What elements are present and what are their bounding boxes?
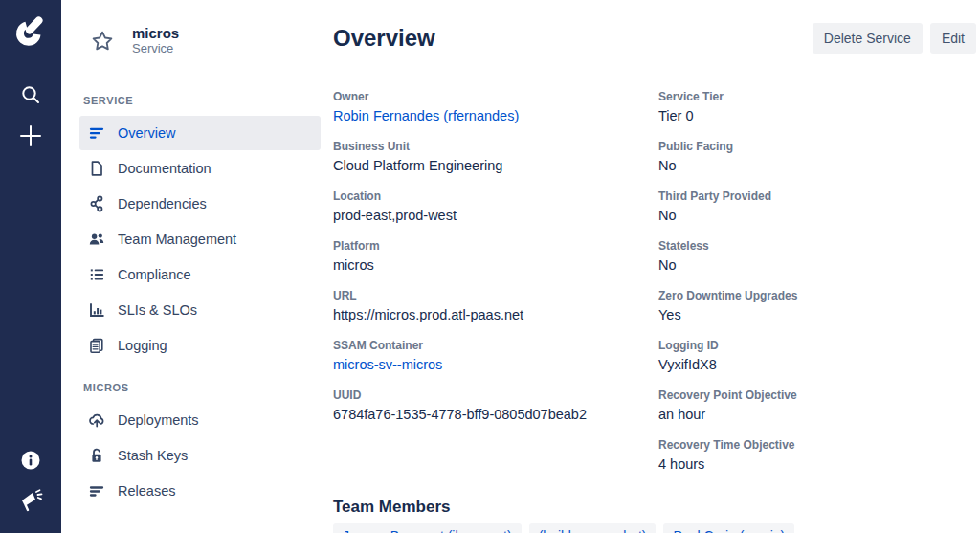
field-value: VyxifIdX8 (658, 357, 976, 372)
sidebar-item-label: SLIs & SLOs (118, 302, 197, 318)
field-label: Owner (333, 90, 658, 103)
header-actions: Delete Service Edit (813, 23, 976, 54)
sidebar-item-deployments[interactable]: Deployments (79, 403, 321, 437)
edit-button[interactable]: Edit (930, 23, 976, 54)
team-member-chip[interactable]: Paul Craig (pcraig) (663, 523, 794, 533)
field-value: prod-east,prod-west (333, 208, 658, 223)
megaphone-icon[interactable] (0, 486, 61, 513)
sidebar-item-compliance[interactable]: Compliance (79, 257, 321, 292)
service-fields: Owner Robin Fernandes (rfernandes) Busin… (333, 90, 976, 488)
team-member-chip[interactable]: (buildeng-sox-bot) (529, 523, 657, 533)
sidebar-item-slis-slos[interactable]: SLIs & SLOs (79, 293, 321, 327)
info-icon[interactable] (0, 448, 61, 473)
field-zero-downtime-upgrades: Zero Downtime Upgrades Yes (658, 289, 976, 339)
field-third-party-provided: Third Party Provided No (658, 189, 976, 239)
sidebar-item-label: Compliance (118, 267, 191, 282)
numbered-list-icon (88, 266, 105, 283)
field-location: Location prod-east,prod-west (333, 189, 658, 239)
owner-link[interactable]: Robin Fernandes (rfernandes) (333, 108, 658, 123)
field-value: No (658, 208, 976, 223)
main-content: Overview Delete Service Edit Owner Robin… (332, 0, 980, 533)
field-platform: Platform micros (333, 239, 658, 289)
dependencies-icon (88, 195, 105, 212)
fields-right-column: Service Tier Tier 0 Public Facing No Thi… (658, 90, 976, 488)
bar-chart-icon (88, 301, 105, 319)
field-value: No (658, 158, 976, 173)
field-value: No (658, 257, 976, 273)
field-owner: Owner Robin Fernandes (rfernandes) (333, 90, 658, 140)
field-value: an hour (658, 407, 976, 422)
lines-icon (88, 482, 105, 500)
field-value: 6784fa76-1535-4778-bff9-0805d07beab2 (333, 407, 658, 422)
field-value: 4 hours (658, 456, 976, 472)
field-label: Recovery Point Objective (658, 389, 976, 402)
field-value: Cloud Platform Engineering (333, 158, 658, 173)
overview-icon (88, 124, 105, 142)
field-business-unit: Business Unit Cloud Platform Engineering (333, 140, 658, 189)
cloud-upload-icon (88, 411, 105, 429)
service-name: micros (132, 25, 179, 41)
field-label: UUID (333, 389, 658, 402)
field-label: SSAM Container (333, 339, 658, 352)
sidebar-item-dependencies[interactable]: Dependencies (79, 187, 321, 221)
field-value: micros (333, 257, 658, 273)
service-header: micros Service (61, 25, 332, 56)
service-type: Service (132, 41, 179, 56)
main-header: Overview Delete Service Edit (333, 23, 976, 54)
search-icon[interactable] (0, 82, 61, 107)
field-label: Recovery Time Objective (658, 438, 976, 452)
people-icon (88, 231, 105, 248)
sidebar-item-label: Deployments (118, 412, 199, 428)
field-label: Logging ID (658, 339, 976, 352)
sidebar-item-releases[interactable]: Releases (79, 474, 321, 508)
app-rail (0, 0, 61, 533)
field-label: Location (333, 189, 658, 203)
field-label: Zero Downtime Upgrades (658, 289, 976, 302)
favorite-star-icon[interactable] (90, 29, 115, 54)
team-members-chips: Jeremy Baumont (jbaumont) (buildeng-sox-… (333, 523, 976, 533)
field-service-tier: Service Tier Tier 0 (658, 90, 976, 140)
field-label: URL (333, 289, 658, 302)
sidebar-item-label: Logging (118, 338, 167, 353)
sidebar-item-label: Dependencies (118, 196, 207, 211)
field-value: Yes (658, 307, 976, 322)
field-label: Business Unit (333, 140, 658, 153)
sidebar-item-documentation[interactable]: Documentation (79, 151, 321, 186)
delete-service-button[interactable]: Delete Service (813, 23, 923, 54)
sidebar-item-label: Overview (118, 125, 175, 141)
field-stateless: Stateless No (658, 239, 976, 289)
field-label: Public Facing (658, 140, 976, 153)
field-value: https://micros.prod.atl-paas.net (333, 307, 658, 322)
fields-left-column: Owner Robin Fernandes (rfernandes) Busin… (333, 90, 658, 488)
document-icon (88, 160, 105, 177)
service-title-block: micros Service (132, 25, 179, 56)
team-member-chip[interactable]: Jeremy Baumont (jbaumont) (333, 523, 522, 533)
ssam-container-link[interactable]: micros-sv--micros (333, 357, 658, 372)
team-members-heading: Team Members (333, 498, 976, 517)
sidebar-item-team-management[interactable]: Team Management (79, 222, 321, 256)
field-label: Service Tier (658, 90, 976, 103)
field-recovery-point-objective: Recovery Point Objective an hour (658, 389, 976, 438)
field-ssam-container: SSAM Container micros-sv--micros (333, 339, 658, 389)
sidebar-item-stash-keys[interactable]: Stash Keys (79, 438, 321, 473)
create-plus-icon[interactable] (0, 122, 61, 149)
page-title: Overview (333, 23, 435, 54)
sidebar-item-overview[interactable]: Overview (79, 116, 321, 150)
field-url: URL https://micros.prod.atl-paas.net (333, 289, 658, 339)
field-uuid: UUID 6784fa76-1535-4778-bff9-0805d07beab… (333, 389, 658, 438)
sidebar-item-logging[interactable]: Logging (79, 328, 321, 363)
section-label-service: SERVICE (83, 95, 332, 106)
field-logging-id: Logging ID VyxifIdX8 (658, 339, 976, 389)
app-logo-icon[interactable] (13, 13, 48, 52)
sidebar-item-label: Releases (118, 483, 175, 499)
sidebar-item-label: Team Management (118, 232, 236, 247)
sidebar-item-label: Stash Keys (118, 448, 188, 463)
sidebar: micros Service SERVICE Overview Document… (61, 0, 332, 533)
field-value: Tier 0 (658, 108, 976, 123)
field-label: Third Party Provided (658, 189, 976, 203)
field-public-facing: Public Facing No (658, 140, 976, 189)
pages-icon (88, 337, 105, 354)
field-label: Stateless (658, 239, 976, 253)
padlock-icon (88, 447, 105, 464)
field-label: Platform (333, 239, 658, 253)
